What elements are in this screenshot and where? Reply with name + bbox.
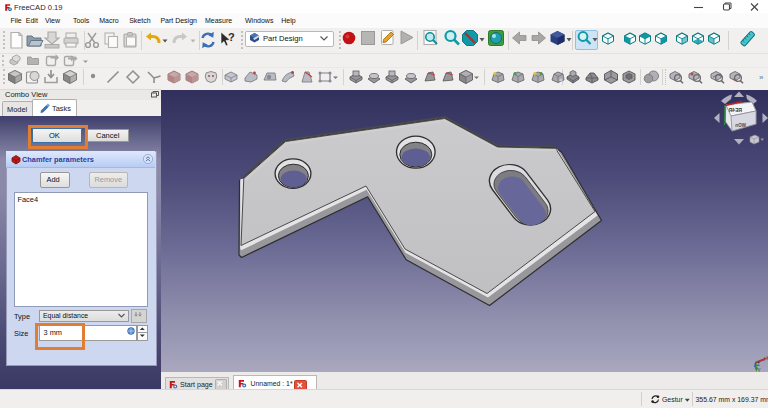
svg-text:RE4R: RE4R [728,107,742,113]
svg-text:WOn: WOn [735,123,746,128]
svg-text:Z: Z [757,362,760,367]
svg-text:?: ? [228,31,235,43]
